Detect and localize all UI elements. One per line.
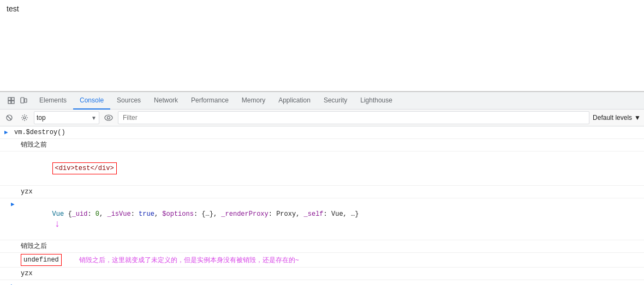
log-levels-selector[interactable]: Default levels ▼ xyxy=(593,114,641,122)
svg-rect-5 xyxy=(25,99,27,102)
filter-input[interactable] xyxy=(118,111,589,124)
clear-console-button[interactable] xyxy=(3,112,15,124)
console-line-undefined: undefined 销毁之后，这里就变成了未定义的，但是实例本身没有被销毁，还是… xyxy=(0,253,644,268)
levels-dropdown-arrow: ▼ xyxy=(634,114,641,122)
console-settings-button[interactable] xyxy=(19,112,31,124)
tab-elements[interactable]: Elements xyxy=(33,92,73,110)
console-line-yzx-1: yzx xyxy=(0,186,644,198)
console-line-after-label: 销毁之后 xyxy=(0,240,644,253)
console-toolbar: top ▼ Default levels ▼ xyxy=(0,110,644,126)
svg-line-14 xyxy=(26,119,27,120)
svg-rect-0 xyxy=(8,98,11,100)
expand-arrow[interactable]: ▶ xyxy=(4,128,13,137)
svg-point-8 xyxy=(23,117,26,119)
tab-application[interactable]: Application xyxy=(272,92,317,110)
tab-sources[interactable]: Sources xyxy=(110,92,147,110)
down-arrow-indicator: ↓ xyxy=(55,219,61,229)
expand-vue-1[interactable]: ▶ xyxy=(11,199,20,209)
svg-line-13 xyxy=(22,116,23,116)
tab-security[interactable]: Security xyxy=(317,92,354,110)
svg-point-17 xyxy=(105,115,112,120)
context-dropdown-arrow: ▼ xyxy=(91,115,97,121)
browser-page: test xyxy=(0,0,644,92)
undefined-value: undefined xyxy=(21,254,62,266)
svg-point-18 xyxy=(108,117,110,119)
console-line-vue-obj-2[interactable]: ▶ Vue {_uid: 0, _isVue: true, $options: … xyxy=(0,280,644,285)
console-line-vm-destroy[interactable]: ▶ vm.$destroy() xyxy=(0,126,644,139)
div-test-value: <div>test</div> xyxy=(52,162,117,174)
console-line-before-label: 销毁之前 xyxy=(0,139,644,151)
expand-vue-2[interactable]: ▶ xyxy=(11,281,20,285)
inspect-element-icon[interactable] xyxy=(7,96,16,106)
console-line-div-test: <div>test</div> xyxy=(0,151,644,186)
device-toolbar-icon[interactable] xyxy=(19,96,28,106)
svg-rect-1 xyxy=(11,98,14,100)
svg-line-16 xyxy=(26,116,27,116)
context-value: top xyxy=(37,114,89,122)
devtools-panel: Elements Console Sources Network Perform… xyxy=(0,92,644,285)
tab-performance[interactable]: Performance xyxy=(184,92,235,110)
context-selector[interactable]: top ▼ xyxy=(34,111,99,124)
devtools-icon-group xyxy=(2,96,33,106)
tab-memory[interactable]: Memory xyxy=(235,92,272,110)
svg-line-15 xyxy=(22,119,23,120)
tab-network[interactable]: Network xyxy=(147,92,184,110)
devtools-tab-bar: Elements Console Sources Network Perform… xyxy=(0,92,644,110)
page-content-title: test xyxy=(7,4,19,13)
annotation-text: 销毁之后，这里就变成了未定义的，但是实例本身没有被销毁，还是存在的~ xyxy=(79,255,299,265)
svg-rect-4 xyxy=(21,98,24,103)
console-output: ▶ vm.$destroy() 销毁之前 <div>test</div> yzx… xyxy=(0,126,644,285)
console-line-yzx-2: yzx xyxy=(0,268,644,280)
svg-rect-2 xyxy=(8,101,11,104)
svg-line-7 xyxy=(8,116,11,120)
show-live-expressions-button[interactable] xyxy=(103,112,115,124)
tab-lighthouse[interactable]: Lighthouse xyxy=(354,92,399,110)
svg-rect-3 xyxy=(11,101,14,104)
tab-console[interactable]: Console xyxy=(73,92,110,110)
console-line-vue-obj-1[interactable]: ▶ Vue {_uid: 0, _isVue: true, $options: … xyxy=(0,198,644,240)
